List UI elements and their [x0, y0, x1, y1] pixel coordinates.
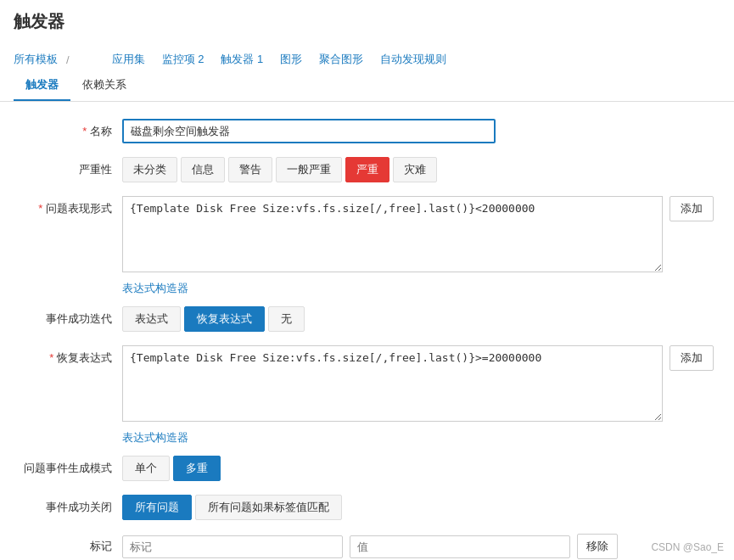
tag-row: 标记 移除: [20, 534, 714, 559]
breadcrumb-aggregate[interactable]: 图形: [272, 48, 311, 70]
event-success-control: 表达式 恢复表达式 无: [122, 306, 714, 332]
value-input[interactable]: [350, 535, 570, 558]
problem-mode-label: 问题事件生成模式: [20, 456, 122, 476]
event-success-row: 事件成功迭代 表达式 恢复表达式 无: [20, 306, 714, 332]
event-close-control: 所有问题 所有问题如果标签值匹配: [122, 495, 714, 520]
name-control: [122, 119, 714, 143]
breadcrumb-all-templates[interactable]: 所有模板: [14, 48, 66, 70]
severity-info[interactable]: 信息: [181, 157, 225, 182]
event-success-group: 表达式 恢复表达式 无: [122, 306, 714, 332]
problem-expr-textarea-row: {Template Disk Free Size:vfs.fs.size[/,f…: [122, 196, 714, 272]
event-close-label: 事件成功关闭: [20, 495, 122, 515]
problem-mode-row: 问题事件生成模式 单个 多重: [20, 456, 714, 481]
severity-warning[interactable]: 警告: [228, 157, 272, 182]
recovery-expr-add-btn[interactable]: 添加: [670, 345, 714, 371]
tag-inputs: 移除: [122, 534, 714, 559]
event-close-row: 事件成功关闭 所有问题 所有问题如果标签值匹配: [20, 495, 714, 520]
expr-builder-1-row: 表达式构造器: [122, 281, 714, 296]
expr-builder-1-link[interactable]: 表达式构造器: [122, 282, 188, 294]
page-title: 触发器: [0, 0, 734, 36]
tab-triggers[interactable]: 触发器: [14, 70, 70, 101]
problem-expr-add-btn[interactable]: 添加: [670, 196, 714, 221]
nav-tabs: 触发器 依赖关系: [0, 70, 734, 102]
remove-btn[interactable]: 移除: [577, 534, 618, 559]
breadcrumb-graphs[interactable]: 触发器 1: [212, 48, 272, 70]
event-success-recovery[interactable]: 恢复表达式: [184, 306, 265, 332]
breadcrumb-template[interactable]: [70, 56, 87, 63]
severity-high[interactable]: 严重: [345, 157, 389, 182]
breadcrumb-monitor[interactable]: 应用集: [104, 48, 154, 70]
recovery-expr-textarea-row: {Template Disk Free Size:vfs.fs.size[/,f…: [122, 345, 714, 422]
breadcrumb: 所有模板 / 应用集 监控项 2 触发器 1 图形 聚合图形 自动发现规则: [0, 43, 734, 70]
recovery-expr-label: 恢复表达式: [20, 345, 122, 366]
recovery-expr-row: 恢复表达式 {Template Disk Free Size:vfs.fs.si…: [20, 345, 714, 422]
severity-label: 严重性: [20, 157, 122, 177]
expr-builder-2-link[interactable]: 表达式构造器: [122, 431, 188, 444]
problem-expr-control: {Template Disk Free Size:vfs.fs.size[/,f…: [122, 196, 714, 272]
breadcrumb-appset[interactable]: [87, 56, 104, 63]
name-row: 名称: [20, 119, 714, 143]
problem-mode-group: 单个 多重: [122, 456, 714, 481]
recovery-expr-textarea[interactable]: {Template Disk Free Size:vfs.fs.size[/,f…: [122, 345, 663, 422]
recovery-expr-control: {Template Disk Free Size:vfs.fs.size[/,f…: [122, 345, 714, 422]
tag-label: 标记: [20, 534, 122, 554]
severity-control: 未分类 信息 警告 一般严重 严重 灾难: [122, 157, 714, 182]
severity-group: 未分类 信息 警告 一般严重 严重 灾难: [122, 157, 714, 182]
problem-mode-control: 单个 多重: [122, 456, 714, 481]
event-close-group: 所有问题 所有问题如果标签值匹配: [122, 495, 714, 520]
problem-mode-single[interactable]: 单个: [122, 456, 170, 481]
breadcrumb-web[interactable]: 自动发现规则: [372, 48, 455, 70]
event-close-all[interactable]: 所有问题: [122, 495, 192, 520]
page-header: 触发器 所有模板 / 应用集 监控项 2 触发器 1 图形 聚合图形 自动发现规…: [0, 0, 734, 102]
tag-control: 移除: [122, 534, 714, 559]
event-success-expression[interactable]: 表达式: [122, 306, 181, 332]
event-success-none[interactable]: 无: [268, 306, 305, 332]
name-input[interactable]: [122, 119, 496, 143]
problem-expr-textarea[interactable]: {Template Disk Free Size:vfs.fs.size[/,f…: [122, 196, 663, 272]
severity-unclassified[interactable]: 未分类: [122, 157, 177, 182]
breadcrumb-discovery[interactable]: 聚合图形: [311, 48, 372, 70]
breadcrumb-triggers[interactable]: 监控项 2: [154, 48, 213, 70]
tag-input[interactable]: [122, 535, 343, 558]
form-content: 名称 严重性 未分类 信息 警告 一般严重 严重 灾难 问题表现形式 {Temp…: [0, 102, 734, 560]
severity-average[interactable]: 一般严重: [276, 157, 342, 182]
event-close-tag-match[interactable]: 所有问题如果标签值匹配: [195, 495, 342, 520]
watermark: CSDN @Sao_E: [651, 541, 724, 553]
expr-builder-2-row: 表达式构造器: [122, 430, 714, 445]
problem-mode-multiple[interactable]: 多重: [173, 456, 221, 481]
name-label: 名称: [20, 119, 122, 139]
event-success-label: 事件成功迭代: [20, 306, 122, 327]
severity-row: 严重性 未分类 信息 警告 一般严重 严重 灾难: [20, 157, 714, 182]
problem-expr-label: 问题表现形式: [20, 196, 122, 216]
tab-dependencies[interactable]: 依赖关系: [70, 70, 138, 101]
problem-expr-row: 问题表现形式 {Template Disk Free Size:vfs.fs.s…: [20, 196, 714, 272]
severity-disaster[interactable]: 灾难: [393, 157, 437, 182]
